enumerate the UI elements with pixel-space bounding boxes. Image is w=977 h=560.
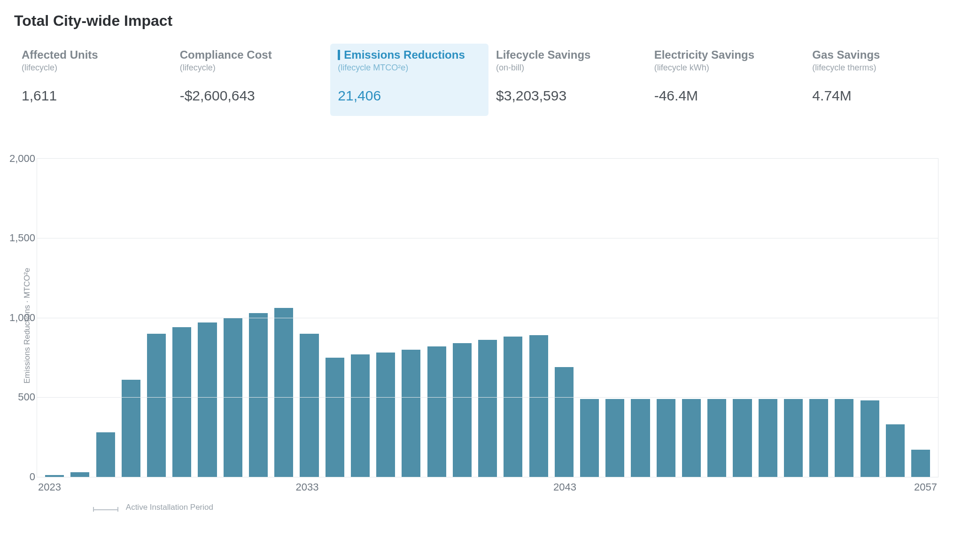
chart-bar[interactable] (122, 380, 140, 477)
metric-value: 21,406 (338, 88, 481, 104)
metric-value: 4.74M (812, 88, 955, 104)
chart-bar[interactable] (427, 346, 446, 477)
chart-bar[interactable] (631, 399, 650, 477)
chart-y-tick: 1,500 (9, 232, 35, 244)
chart-bar-slot (883, 424, 908, 477)
chart-bar[interactable] (835, 399, 853, 477)
chart-bar[interactable] (861, 400, 879, 477)
chart-bar[interactable] (274, 308, 293, 476)
chart-bar-slot (577, 399, 602, 477)
chart-bar-slot (348, 354, 373, 477)
chart-bar-slot (194, 322, 220, 477)
chart-x-axis: 2023203320432057 (37, 477, 938, 496)
chart-bar[interactable] (580, 399, 599, 477)
chart-bar[interactable] (96, 432, 115, 477)
chart-x-tick: 2033 (296, 481, 319, 493)
chart-bar[interactable] (555, 367, 574, 477)
chart-y-tick: 1,000 (9, 312, 35, 324)
chart-bar[interactable] (504, 337, 522, 476)
chart-bar-slot (602, 399, 628, 477)
chart-container: Emissions Reductions · MTCO²e 05001,0001… (19, 158, 963, 512)
metric-title: Affected Units (22, 48, 165, 62)
chart-bar-slot (831, 399, 857, 477)
metric-card-gas-savings[interactable]: Gas Savings(lifecycle therms)4.74M (805, 44, 963, 116)
metric-card-lifecycle-savings[interactable]: Lifecycle Savings(on-bill)$3,203,593 (488, 44, 647, 116)
chart-bar-slot (729, 399, 755, 477)
chart-bar-slot (679, 399, 704, 477)
chart-bar[interactable] (172, 327, 191, 477)
chart-bar-slot (67, 472, 93, 477)
chart-bar[interactable] (198, 322, 217, 477)
chart-bar[interactable] (478, 340, 497, 477)
chart-bar-slot (246, 313, 271, 477)
chart-bar-slot (628, 399, 653, 477)
chart-gridline (37, 318, 938, 318)
chart-bar[interactable] (300, 334, 318, 477)
chart-bar[interactable] (733, 399, 752, 477)
chart-bar[interactable] (657, 399, 675, 477)
chart-bar[interactable] (682, 399, 701, 477)
chart-bar[interactable] (784, 399, 803, 477)
chart-y-tick: 0 (30, 471, 35, 483)
chart-x-tick: 2023 (38, 481, 61, 493)
chart-bar-slot (169, 327, 194, 477)
metric-title: Compliance Cost (180, 48, 323, 62)
chart-y-tick: 2,000 (9, 153, 35, 165)
chart-bar[interactable] (886, 424, 905, 477)
metric-title: Lifecycle Savings (496, 48, 639, 62)
chart-bar-slot (551, 367, 577, 477)
chart-bar-slot (271, 308, 296, 476)
chart-bar-slot (144, 334, 169, 477)
metric-title: Electricity Savings (654, 48, 798, 62)
metric-subtitle: (lifecycle) (22, 63, 165, 73)
chart-y-tick: 500 (18, 391, 35, 403)
chart-bar-slot (93, 432, 118, 477)
metric-subtitle: (on-bill) (496, 63, 639, 73)
chart-bar-slot (398, 350, 424, 477)
metric-card-compliance-cost[interactable]: Compliance Cost(lifecycle)-$2,600,643 (172, 44, 331, 116)
metrics-row: Affected Units(lifecycle)1,611Compliance… (14, 44, 963, 116)
chart-bar[interactable] (911, 450, 930, 477)
chart-bar[interactable] (147, 334, 166, 477)
chart-bar[interactable] (529, 335, 548, 477)
chart-legend: Active Installation Period (93, 503, 938, 512)
chart-bar-slot (373, 353, 398, 476)
metric-value: -46.4M (654, 88, 798, 104)
chart-bar-slot (475, 340, 500, 477)
chart-bar[interactable] (45, 475, 64, 476)
chart-bar-slot (857, 400, 883, 477)
chart-bar[interactable] (351, 354, 370, 477)
chart-gridline (37, 238, 938, 238)
chart-bar[interactable] (70, 472, 89, 477)
chart-bar[interactable] (453, 343, 472, 477)
chart-bar-slot (755, 399, 781, 477)
chart-bar[interactable] (249, 313, 268, 477)
chart-bar[interactable] (759, 399, 777, 477)
chart-bar[interactable] (376, 353, 395, 476)
metric-title: Emissions Reductions (338, 48, 481, 62)
metric-value: 1,611 (22, 88, 165, 104)
metric-card-emissions-reductions[interactable]: Emissions Reductions(lifecycle MTCO²e)21… (330, 44, 488, 116)
chart-bar-slot (296, 334, 322, 477)
metric-title: Gas Savings (812, 48, 955, 62)
chart-bar-slot (653, 399, 679, 477)
chart-bar-slot (806, 399, 831, 477)
chart-x-tick: 2043 (553, 481, 576, 493)
legend-marker-icon (93, 505, 118, 510)
metric-card-affected-units[interactable]: Affected Units(lifecycle)1,611 (14, 44, 172, 116)
chart-bar[interactable] (605, 399, 624, 477)
metric-card-electricity-savings[interactable]: Electricity Savings(lifecycle kWh)-46.4M (647, 44, 805, 116)
chart-bar-slot (322, 358, 348, 477)
chart-gridline (37, 397, 938, 398)
chart-bar-slot (118, 380, 144, 477)
chart-bar[interactable] (809, 399, 828, 477)
chart-x-tick: 2057 (914, 481, 937, 493)
chart-plot-area: 05001,0001,5002,000 (37, 158, 938, 477)
chart-bar-slot (450, 343, 475, 477)
chart-bar[interactable] (326, 358, 344, 477)
chart-bar[interactable] (402, 350, 420, 477)
chart-bar[interactable] (707, 399, 726, 477)
chart-bar-slot (42, 475, 67, 476)
chart-bar-slot (500, 337, 526, 476)
metric-subtitle: (lifecycle kWh) (654, 63, 798, 73)
